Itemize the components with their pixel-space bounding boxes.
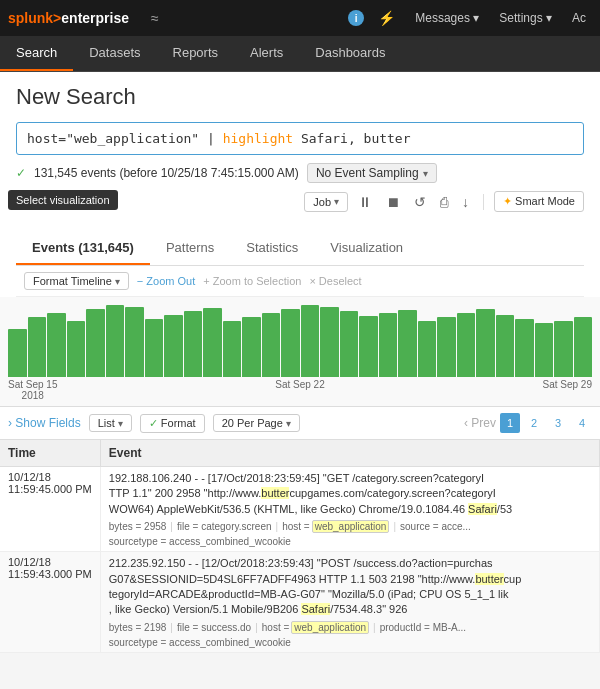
info-icon[interactable]: i [348, 10, 364, 26]
chart-bar[interactable] [8, 329, 27, 377]
refresh-button[interactable]: ↺ [410, 192, 430, 212]
tab-patterns[interactable]: Patterns [150, 232, 230, 265]
chart-bar[interactable] [223, 321, 242, 377]
chart-bar[interactable] [67, 321, 86, 377]
butter-highlight: butter [261, 487, 289, 499]
tab-visualization[interactable]: Visualization [314, 232, 419, 265]
meta-row-2b: sourcetype = access_combined_wcookie [109, 637, 591, 648]
chart-bar[interactable] [418, 321, 437, 377]
web-app-highlight-1: web_application [312, 520, 390, 533]
chart-bar[interactable] [496, 315, 515, 377]
nav-alerts[interactable]: Alerts [234, 36, 299, 71]
tabs-bar: Events (131,645) Patterns Statistics Vis… [16, 232, 584, 266]
event-text-1: 192.188.106.240 - - [17/Oct/2018:23:59:4… [109, 471, 591, 517]
chart-bar[interactable] [184, 311, 203, 377]
format-timeline-chevron: ▾ [115, 276, 120, 287]
meta-product-2: productId = MB-A... [380, 622, 466, 633]
chart-bar[interactable] [515, 319, 534, 377]
time-cell-1: 10/12/1811:59:45.000 PM [0, 467, 100, 552]
chart-bar[interactable] [301, 305, 320, 377]
stop-button[interactable]: ⏹ [382, 192, 404, 212]
page-3[interactable]: 3 [548, 413, 568, 433]
chart-bar[interactable] [476, 309, 495, 377]
prev-page[interactable]: ‹ Prev [464, 416, 496, 430]
chart-bar[interactable] [47, 313, 66, 377]
nav-icon1[interactable]: ≈ [145, 10, 165, 26]
chart-bar[interactable] [535, 323, 554, 377]
print-button[interactable]: ⎙ [436, 192, 452, 212]
chart-label-1: Sat Sep 15 2018 [8, 379, 57, 401]
format-button[interactable]: ✓ Format [140, 414, 205, 433]
chart-bar[interactable] [574, 317, 593, 377]
chart-bar[interactable] [28, 317, 47, 377]
event-text-2: 212.235.92.150 - - [12/Oct/2018:23:59:43… [109, 556, 591, 618]
butter-highlight-2: butter [475, 573, 503, 585]
event-cell-2: 212.235.92.150 - - [12/Oct/2018:23:59:43… [100, 552, 599, 653]
nav-reports[interactable]: Reports [157, 36, 235, 71]
no-sampling-dropdown[interactable]: No Event Sampling ▾ [307, 163, 437, 183]
event-column-header: Event [100, 440, 599, 467]
search-query-text: host="web_application" | [27, 131, 223, 146]
chart-area: Sat Sep 15 2018 Sat Sep 22 Sat Sep 29 [0, 297, 600, 407]
search-input-display[interactable]: host="web_application" | highlight Safar… [16, 122, 584, 155]
safari-highlight-1: Safari [468, 503, 497, 515]
page-2[interactable]: 2 [524, 413, 544, 433]
meta-row-1: bytes = 2958 | file = category.screen | … [109, 520, 591, 533]
chart-bar[interactable] [554, 321, 573, 377]
messages-link[interactable]: Messages ▾ [409, 11, 485, 25]
format-timeline-button[interactable]: Format Timeline ▾ [24, 272, 129, 290]
nav-search[interactable]: Search [0, 36, 73, 71]
chart-bars [0, 297, 600, 377]
time-cell-2: 10/12/1811:59:43.000 PM [0, 552, 100, 653]
tab-statistics[interactable]: Statistics [230, 232, 314, 265]
safari-highlight-2: Safari [301, 603, 330, 615]
chart-labels: Sat Sep 15 2018 Sat Sep 22 Sat Sep 29 [0, 377, 600, 405]
chart-bar[interactable] [398, 310, 417, 377]
chart-bar[interactable] [145, 319, 164, 377]
chart-bar[interactable] [320, 307, 339, 377]
zoom-selection-button[interactable]: + Zoom to Selection [203, 275, 301, 287]
chart-bar[interactable] [203, 308, 222, 377]
sampling-chevron: ▾ [423, 168, 428, 179]
download-button[interactable]: ↓ [458, 192, 473, 212]
chart-bar[interactable] [281, 309, 300, 377]
meta-host-2: host = web_application [262, 621, 369, 634]
chart-bar[interactable] [86, 309, 105, 377]
show-fields-toggle[interactable]: › Show Fields [8, 416, 81, 430]
deselect-button[interactable]: × Deselect [309, 275, 361, 287]
per-page-button[interactable]: 20 Per Page ▾ [213, 414, 300, 432]
chart-bar[interactable] [242, 317, 261, 377]
page-title: New Search [16, 84, 584, 110]
list-button[interactable]: List ▾ [89, 414, 132, 432]
chart-bar[interactable] [340, 311, 359, 377]
nav-datasets[interactable]: Datasets [73, 36, 156, 71]
chart-bar[interactable] [164, 315, 183, 377]
meta-file-2: file = success.do [177, 622, 251, 633]
tab-events[interactable]: Events (131,645) [16, 232, 150, 265]
chart-bar[interactable] [262, 313, 281, 377]
events-count-text: 131,545 events (before 10/25/18 7:45:15.… [34, 166, 299, 180]
results-table: Time Event 10/12/1811:59:45.000 PM 192.1… [0, 440, 600, 653]
chart-bar[interactable] [457, 313, 476, 377]
settings-link[interactable]: Settings ▾ [493, 11, 558, 25]
chart-bar[interactable] [106, 305, 125, 377]
pause-button[interactable]: ⏸ [354, 192, 376, 212]
page-4[interactable]: 4 [572, 413, 592, 433]
status-check-icon: ✓ [16, 166, 26, 180]
activity-link[interactable]: Ac [566, 11, 592, 25]
job-button[interactable]: Job ▾ [304, 192, 348, 212]
nav-dashboards[interactable]: Dashboards [299, 36, 401, 71]
chart-bar[interactable] [437, 317, 456, 377]
chart-label-3: Sat Sep 29 [543, 379, 592, 401]
meta-bytes-2: bytes = 2198 [109, 622, 167, 633]
zoom-out-button[interactable]: − Zoom Out [137, 275, 195, 287]
highlight-keyword: highlight [223, 131, 293, 146]
table-row: 10/12/1811:59:43.000 PM 212.235.92.150 -… [0, 552, 600, 653]
page-1[interactable]: 1 [500, 413, 520, 433]
chart-bar[interactable] [125, 307, 144, 377]
meta-bytes-1: bytes = 2958 [109, 521, 167, 532]
activity-icon[interactable]: ⚡ [372, 10, 401, 26]
chart-bar[interactable] [359, 316, 378, 377]
chart-bar[interactable] [379, 313, 398, 377]
smart-mode-button[interactable]: ✦ Smart Mode [494, 191, 584, 212]
